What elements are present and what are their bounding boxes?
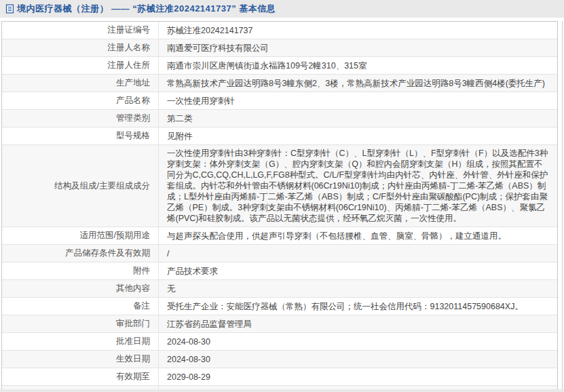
row-label-text: 型号规格 [116,130,150,142]
row-value: 见附件 [159,128,557,144]
table-row: 注册人名称南通爱可医疗科技有限公司 [2,39,557,57]
row-label: 生产地址 [2,75,159,92]
table-row: 产品名称一次性使用穿刺针 [2,92,557,110]
row-label: 结构及组成/主要组成成分 [2,145,159,227]
row-value-text: / [167,248,169,259]
row-value: 一次性使用穿刺针 [159,92,557,109]
table-row: 有效期至2029-08-29 [2,368,557,386]
row-label-text: 批准日期 [116,336,150,347]
row-value: 与超声探头配合使用，供超声引导穿刺（不包括腰椎、血管、脑室、骨骼），建立通道用。 [159,227,557,244]
table-row: 适用范围/预期用途与超声探头配合使用，供超声引导穿刺（不包括腰椎、血管、脑室、骨… [2,227,557,245]
row-value-text: 2024-08-30 [167,336,210,347]
table-row: 产品储存条件及有效期/ [2,245,557,262]
row-label: 生效日期 [2,351,159,368]
row-value: 2024-08-30 [159,333,557,350]
row-value: 常熟高新技术产业园达明路8号3幢东侧2、3楼，常熟高新技术产业园达明路8号3幢西… [159,75,557,92]
row-label: 批准日期 [2,333,159,350]
row-label-text: 结构及组成/主要组成成分 [54,180,150,192]
table-row: 备注受托生产企业：安能医疗器械（常熟）有限公司；统一社会信用代码：9132011… [2,298,557,315]
row-value-text: 见附件 [167,131,193,142]
row-value-text: 南通爱可医疗科技有限公司 [167,43,269,54]
table-row: 注册人住所南通市崇川区唐闸镇街道永福路109号2幢310、315室 [2,57,557,75]
row-label-text: 有效期至 [116,371,150,383]
row-label: 审批部门 [2,315,159,332]
row-label-text: 备注 [133,300,150,312]
row-value: 江苏省药品监督管理局 [159,315,557,332]
row-value-text: 2024-08-30 [167,354,210,365]
row-label: 备注 [2,298,159,315]
row-label-text: 附件 [133,265,150,277]
info-table: 注册证编号苏械注准20242141737注册人名称南通爱可医疗科技有限公司注册人… [1,21,558,392]
row-label: 有效期至 [2,368,159,385]
row-label: 产品储存条件及有效期 [2,245,159,262]
document-icon [5,4,14,14]
row-label-text: 管理类别 [116,113,150,124]
row-value-text: 常熟高新技术产业园达明路8号3幢东侧2、3楼，常熟高新技术产业园达明路8号3幢西… [167,78,545,89]
table-row: 结构及组成/主要组成成分一次性使用穿刺针由3种穿刺针：C型穿刺针（C）、L型穿刺… [2,145,557,227]
row-label-text: 注册人住所 [108,60,151,71]
row-value: / [159,245,557,262]
row-value: 苏械注准20242141737 [159,22,557,39]
row-label-text: 注册证编号 [108,24,151,36]
row-label-text: 产品储存条件及有效期 [65,248,150,259]
row-value: 南通爱可医疗科技有限公司 [159,39,557,56]
table-row: 管理类别第二类 [2,110,557,128]
row-value: 一次性使用穿刺针由3种穿刺针：C型穿刺针（C）、L型穿刺针（L）、F型穿刺针（F… [159,145,557,227]
table-row: 生效日期2024-08-30 [2,351,557,368]
row-label: 附件 [2,262,159,279]
row-label: 注册证编号 [2,22,159,39]
row-value: 第二类 [159,110,557,127]
row-label: 注册人名称 [2,39,159,56]
row-label-text: 注册人名称 [108,42,151,54]
row-label: 适用范围/预期用途 [2,227,159,244]
row-value: 2024-08-30 [159,351,557,368]
row-value: 受托生产企业：安能医疗器械（常熟）有限公司；统一社会信用代码：913201145… [159,298,557,315]
row-label-text: 其他内容 [116,283,150,294]
row-value-text: 无 [167,283,176,294]
row-label: 其他内容 [2,280,159,297]
row-label: 型号规格 [2,128,159,144]
row-label-text: 生效日期 [116,353,150,365]
table-row: 批准日期2024-08-30 [2,333,557,351]
page-header: 境内医疗器械（注册） —— “苏械注准20242141737” 基本信息 [0,0,564,18]
row-label: 管理类别 [2,110,159,127]
row-label: 注册人住所 [2,57,159,74]
row-value-text: 江苏省药品监督管理局 [167,319,252,330]
row-value-text: 南通市崇川区唐闸镇街道永福路109号2幢310、315室 [167,60,367,71]
table-row: 注册证编号苏械注准20242141737 [2,22,557,39]
page-title: 境内医疗器械（注册） —— “苏械注准20242141737” 基本信息 [17,3,276,15]
row-value-text: 产品技术要求 [167,266,218,277]
row-value-text: 一次性使用穿刺针 [167,96,235,106]
table-row: 生产地址常熟高新技术产业园达明路8号3幢东侧2、3楼，常熟高新技术产业园达明路8… [2,75,557,92]
row-value-text: 受托生产企业：安能医疗器械（常熟）有限公司；统一社会信用代码：913201145… [167,301,523,312]
row-value: 2029-08-29 [159,368,557,385]
row-label-text: 适用范围/预期用途 [80,230,150,241]
table-row: 型号规格见附件 [2,128,557,145]
row-value-text: 第二类 [167,113,193,124]
row-label: 产品名称 [2,92,159,109]
table-row: 附件产品技术要求 [2,262,557,280]
row-value-text: 与超声探头配合使用，供超声引导穿刺（不包括腰椎、血管、脑室、骨骼），建立通道用。 [167,231,506,241]
table-row: 审批部门江苏省药品监督管理局 [2,315,557,333]
row-value: 产品技术要求 [159,262,557,279]
row-value-text: 2029-08-29 [167,372,210,383]
row-value: 南通市崇川区唐闸镇街道永福路109号2幢310、315室 [159,57,557,74]
row-value-text: 苏械注准20242141737 [167,25,252,36]
table-row: 其他内容无 [2,280,557,298]
row-label-text: 产品名称 [116,95,150,106]
row-value-text: 一次性使用穿刺针由3种穿刺针：C型穿刺针（C）、L型穿刺针（L）、F型穿刺针（F… [167,148,550,224]
row-value: 无 [159,280,557,297]
row-label-text: 审批部门 [116,318,150,330]
right-edge-divider [562,21,563,389]
row-label-text: 生产地址 [116,77,150,89]
bottom-strip [0,389,564,392]
